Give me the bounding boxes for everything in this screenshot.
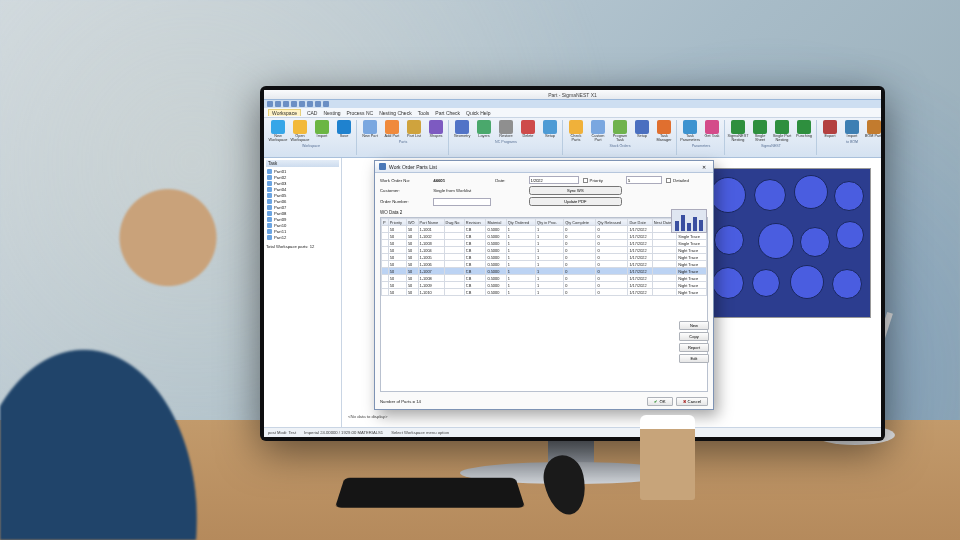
ribbon-punching[interactable]: Punching [794,120,814,143]
ribbon-single-part-nesting[interactable]: Single Part Nesting [772,120,792,143]
ribbon-part-list[interactable]: Part List [404,120,424,139]
ok-button[interactable]: ✔OK [647,397,672,406]
ribbon-task-manager[interactable]: Task Manager [654,120,674,143]
ribbon-shapes[interactable]: Shapes [426,120,446,139]
col-header[interactable]: Priority [388,219,406,226]
ribbon-setup[interactable]: Setup [540,120,560,139]
menu-part-check[interactable]: Part Check [435,110,460,116]
add-part-icon [385,120,399,134]
update-pdf-button[interactable]: Update PDF [529,197,623,206]
ribbon-single-sheet[interactable]: Single Sheet [750,120,770,143]
ribbon-get-task[interactable]: Get Task [702,120,722,143]
ribbon-export[interactable]: Export [820,120,840,139]
work-order-dialog: Work Order Parts List ✕ Work Order No: 4… [374,160,714,410]
quick-access-toolbar[interactable] [264,100,881,108]
ribbon-setup[interactable]: Setup [632,120,652,143]
single-part-nesting-icon [775,120,789,134]
single-sheet-icon [753,120,767,134]
dlg-report-button[interactable]: Report [679,343,709,352]
ribbon-import[interactable]: Import [312,120,332,143]
table-row[interactable]: 50501-1006CB0.500011001/17/2022Night Tra… [382,261,707,268]
ribbon-group-stock-orders: Check PartsCustom PartProgram TaskSetupT… [564,120,677,155]
date-field[interactable] [529,176,579,184]
tree-footer-count: 12 [310,244,315,249]
priority-field[interactable] [626,176,662,184]
ribbon-layers[interactable]: Layers [474,120,494,139]
punching-icon [797,120,811,134]
lbl-date: Date: [495,178,524,183]
bom-parts-icon [867,120,881,134]
table-row[interactable]: 50501-1010CB0.500011001/17/2022Night Tra… [382,289,707,296]
menu-workspace[interactable]: Workspace [268,109,301,116]
ribbon-geometry[interactable]: Geometry [452,120,472,139]
ribbon-import[interactable]: Import [842,120,862,139]
menu-tools[interactable]: Tools [418,110,430,116]
menu-nesting[interactable]: Nesting [323,110,340,116]
status-mid: Imperial 24.00000 / 1929.00 MATERIALS1 [304,430,383,435]
table-row[interactable]: 50501-1008CB0.500011001/17/2022Night Tra… [382,275,707,282]
col-header[interactable]: Qty Released [596,219,628,226]
dialog-titlebar[interactable]: Work Order Parts List ✕ [375,161,713,173]
col-header[interactable]: WO [406,219,418,226]
ribbon-group-nc-programs: GeometryLayersRestoreDeleteSetupNC Progr… [450,120,563,155]
delete-icon [521,120,535,134]
lbl-orderno: Order Number: [380,199,429,204]
ribbon[interactable]: New WorkspaceOpen WorkspaceImportSaveWor… [264,118,881,158]
val-wo-no: 44601 [433,178,491,183]
menu-bar[interactable]: WorkspaceCADNestingProcess NCNesting Che… [264,108,881,118]
wo-grid[interactable]: PPriorityWOPart NameDwg NoRevisionMateri… [380,217,708,392]
col-header[interactable]: Qty Ordered [506,219,535,226]
orderno-field[interactable] [433,198,491,206]
ribbon-check-parts[interactable]: Check Parts [566,120,586,143]
custom-part-icon [591,120,605,134]
cancel-button[interactable]: ✖Cancel [676,397,708,406]
col-header[interactable]: Qty in Proc. [536,219,564,226]
ribbon-add-part[interactable]: Add Part [382,120,402,139]
menu-quick-help[interactable]: Quick Help [466,110,490,116]
footer-label: Number of Parts = [380,399,415,404]
col-header[interactable]: Dwg No [444,219,464,226]
restore-icon [499,120,513,134]
col-header[interactable]: Due Date [628,219,652,226]
detailed-check[interactable]: Detailed [666,178,708,183]
ribbon-task-parameters[interactable]: Task Parameters [680,120,700,143]
keyboard-prop [335,478,525,508]
dlg-copy-button[interactable]: Copy [679,332,709,341]
table-row[interactable]: 50501-1004CB0.500011001/17/2022Night Tra… [382,247,707,254]
close-icon[interactable]: ✕ [699,164,709,170]
status-bar: post Modi: Test Imperial 24.00000 / 1929… [264,427,881,437]
menu-nesting-check[interactable]: Nesting Check [379,110,412,116]
grid-icon [379,163,386,170]
ribbon-bom-parts[interactable]: BOM Parts [864,120,881,139]
col-header[interactable]: Qty Complete [564,219,596,226]
dlg-new-button[interactable]: New [679,321,709,330]
menu-cad[interactable]: CAD [307,110,318,116]
table-row[interactable]: 50501-1001CB0.500011001/17/2022Single Tr… [382,226,707,233]
dlg-edit-button[interactable]: Edit [679,354,709,363]
table-row[interactable]: 50501-1007CB0.500011001/17/2022Night Tra… [382,268,707,275]
col-header[interactable]: Revision [464,219,486,226]
ribbon-group-to-bom: ExportImportBOM Partsto BOM [818,120,881,155]
dialog-tab[interactable]: WO Data 2 [375,209,713,215]
ribbon-custom-part[interactable]: Custom Part [588,120,608,143]
table-row[interactable]: 50501-1009CB0.500011001/17/2022Night Tra… [382,282,707,289]
col-header[interactable]: Part Name [418,219,444,226]
ribbon-sigmanest-nesting[interactable]: SigmaNEST Nesting [728,120,748,143]
import-icon [845,120,859,134]
ribbon-open-workspace[interactable]: Open Workspace [290,120,310,143]
ribbon-new-part[interactable]: New Part [360,120,380,139]
dialog-title: Work Order Parts List [389,164,437,170]
ribbon-save[interactable]: Save [334,120,354,143]
table-row[interactable]: 50501-1003CB0.500011001/17/2022Single Tr… [382,240,707,247]
ribbon-delete[interactable]: Delete [518,120,538,139]
col-header[interactable]: P [382,219,389,226]
priority-check[interactable]: Priority [583,178,623,183]
menu-process-nc[interactable]: Process NC [346,110,373,116]
table-row[interactable]: 50501-1005CB0.500011001/17/2022Night Tra… [382,254,707,261]
sync-ws-button[interactable]: Sync WS [529,186,623,195]
ribbon-restore[interactable]: Restore [496,120,516,139]
col-header[interactable]: Material [486,219,506,226]
ribbon-program-task[interactable]: Program Task [610,120,630,143]
table-row[interactable]: 50501-1002CB0.500011001/17/2022Single Tr… [382,233,707,240]
nest-preview[interactable] [703,168,871,318]
